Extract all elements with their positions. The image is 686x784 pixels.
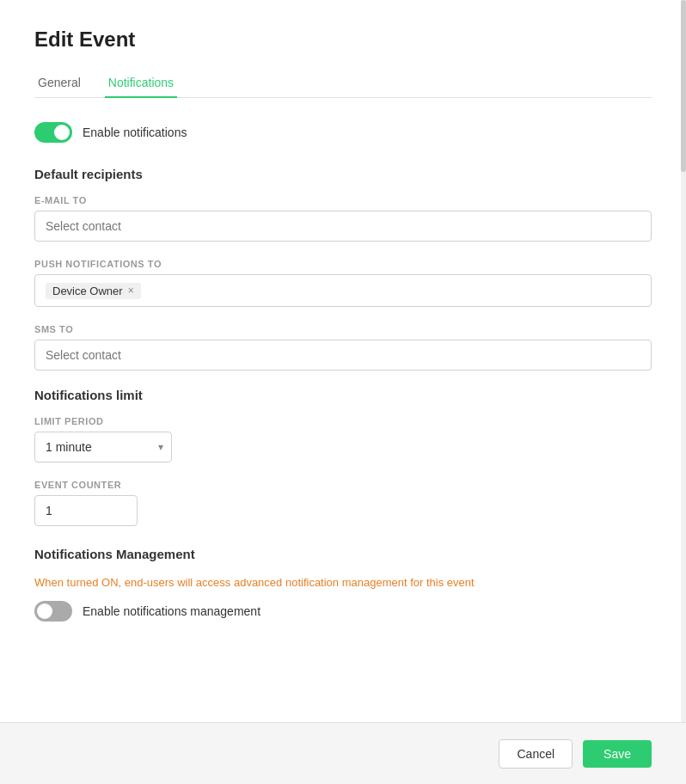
tab-notifications[interactable]: Notifications: [105, 69, 177, 98]
sms-to-input[interactable]: [34, 340, 652, 371]
scrollbar[interactable]: [681, 0, 686, 784]
limit-period-label: LIMIT PERIOD: [34, 416, 652, 426]
modal-footer: Cancel Save: [0, 722, 686, 784]
event-counter-label: EVENT COUNTER: [34, 480, 652, 490]
modal-container: Edit Event General Notifications Enable …: [0, 0, 686, 784]
email-to-label: E-MAIL TO: [34, 195, 652, 205]
tabs-container: General Notifications: [34, 69, 652, 98]
tag-text: Device Owner: [52, 285, 123, 297]
limit-period-select-wrapper: 1 minute 5 minutes 10 minutes 30 minutes…: [34, 432, 172, 462]
scrollbar-thumb: [681, 0, 686, 172]
tag-close-icon[interactable]: ×: [128, 285, 134, 297]
push-notifications-label: PUSH NOTIFICATIONS TO: [34, 259, 652, 269]
default-recipients-title: Default recipients: [34, 167, 652, 181]
email-to-input[interactable]: [34, 211, 652, 242]
enable-management-row: Enable notifications management: [34, 601, 652, 622]
notifications-management-title: Notifications Management: [34, 547, 652, 561]
enable-notifications-row: Enable notifications: [34, 122, 652, 143]
enable-management-toggle[interactable]: [34, 601, 72, 622]
sms-to-label: SMS TO: [34, 324, 652, 334]
email-to-group: E-MAIL TO: [34, 195, 652, 242]
limit-period-group: LIMIT PERIOD 1 minute 5 minutes 10 minut…: [34, 416, 652, 462]
event-counter-group: EVENT COUNTER: [34, 480, 652, 526]
push-notifications-group: PUSH NOTIFICATIONS TO Device Owner ×: [34, 259, 652, 307]
cancel-button[interactable]: Cancel: [499, 739, 573, 769]
event-counter-input[interactable]: [34, 495, 138, 526]
toggle-knob: [54, 125, 70, 140]
page-title: Edit Event: [34, 28, 652, 52]
save-button[interactable]: Save: [583, 740, 652, 768]
enable-notifications-toggle[interactable]: [34, 122, 72, 143]
modal-content: Edit Event General Notifications Enable …: [0, 0, 686, 784]
limit-period-select[interactable]: 1 minute 5 minutes 10 minutes 30 minutes…: [34, 432, 172, 462]
enable-management-label: Enable notifications management: [83, 604, 260, 618]
notifications-limit-title: Notifications limit: [34, 388, 652, 402]
enable-notifications-label: Enable notifications: [83, 126, 187, 139]
notifications-management-section: Notifications Management When turned ON,…: [34, 547, 652, 622]
sms-to-group: SMS TO: [34, 324, 652, 371]
tab-general[interactable]: General: [34, 69, 84, 98]
push-notifications-input[interactable]: Device Owner ×: [34, 274, 652, 307]
notifications-management-description: When turned ON, end-users will access ad…: [34, 575, 652, 591]
device-owner-tag: Device Owner ×: [46, 283, 141, 299]
